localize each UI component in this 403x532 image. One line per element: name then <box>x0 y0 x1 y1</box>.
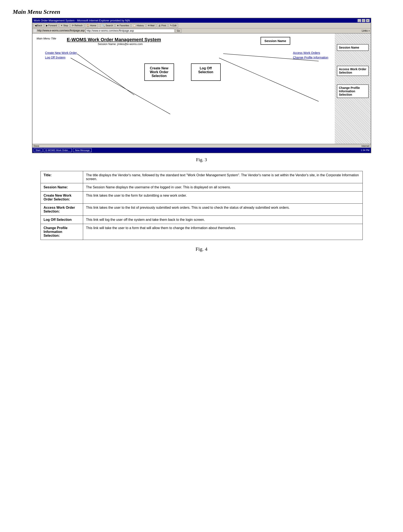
browser-window: Work Order Management System - Microsoft… <box>32 18 371 153</box>
history-button[interactable]: 📋 History <box>131 24 145 28</box>
browser-title-text: Work Order Management System - Microsoft… <box>34 19 130 22</box>
forward-button[interactable]: ▶ Forward <box>44 24 58 28</box>
edit-button[interactable]: ✎ Edit <box>168 24 178 28</box>
minimize-button[interactable]: _ <box>358 19 361 22</box>
table-row: Session Name:The Session Name displays t… <box>40 183 363 191</box>
close-button[interactable]: × <box>366 19 370 22</box>
taskbar-btn-2[interactable]: New Message <box>73 148 92 152</box>
table-cell-label: Title: <box>40 171 83 183</box>
toolbar-separator <box>99 23 99 28</box>
nav-links-right: Access Work Orders Change Profile Inform… <box>293 51 328 59</box>
access-work-order-callout: Access Work Order Selection <box>337 66 369 76</box>
table-row: Log Off SelectionThis link will log the … <box>40 216 363 224</box>
zone-text: Internet <box>361 145 369 147</box>
address-input[interactable] <box>86 29 174 33</box>
table-cell-desc: This link will log the user off the syst… <box>83 216 363 224</box>
titlebar-controls: _ □ × <box>358 19 370 22</box>
links-label: Links » <box>362 29 370 32</box>
table-cell-label: Access Work Order Selection: <box>40 204 83 216</box>
table-cell-desc: The Session Name displays the username o… <box>83 183 363 191</box>
nav-links-row: Create New Work Order Log Off System Acc… <box>45 51 328 59</box>
table-row: Title:The title displays the Vendor's na… <box>40 171 363 183</box>
home-button[interactable]: 🏠 Home <box>85 24 98 28</box>
nav-links-left: Create New Work Order Log Off System <box>45 51 77 59</box>
fig3-label: Fig. 3 <box>13 157 390 163</box>
print-button[interactable]: 🖨 Print <box>157 24 168 27</box>
change-profile-info-link[interactable]: Change Profile Information <box>293 56 328 59</box>
session-name-box: Session Name <box>260 37 290 45</box>
table-row: Access Work Order Selection:This link ta… <box>40 204 363 216</box>
change-profile-callout: Change Profile Information Selection <box>337 84 369 98</box>
address-label: http://www.e-woms.com/woc/firstpage.asp <box>33 29 85 32</box>
favorites-button[interactable]: ★ Favorites <box>115 24 130 28</box>
table-cell-desc: This link takes the user to the form for… <box>83 191 363 204</box>
info-table: Title:The title displays the Vendor's na… <box>40 171 363 240</box>
menu-label: Main Menu Title <box>37 37 56 40</box>
page-icon <box>33 29 37 32</box>
table-cell-label: Session Name: <box>40 183 83 191</box>
session-name-line: Session Name: jmiles@e-woms.com <box>75 42 165 46</box>
browser-taskbar: Start E-WOMS Work Order... New Message 1… <box>32 148 371 153</box>
fig4-label: Fig. 4 <box>13 246 390 252</box>
create-new-work-order-link[interactable]: Create New Work Order <box>45 51 77 55</box>
stop-button[interactable]: ✕ Stop <box>59 24 69 28</box>
search-button[interactable]: 🔍 Search <box>100 24 114 28</box>
taskbar-time: 1:34 PM <box>361 149 370 152</box>
table-cell-desc: This link takes the user to the list of … <box>83 204 363 216</box>
go-button[interactable]: Go <box>175 29 181 33</box>
ewoms-title: E-WOMS Work Order Management System <box>67 37 161 42</box>
browser-toolbar: ◀ Back ▶ Forward ✕ Stop ⟳ Refresh 🏠 Home… <box>32 23 371 28</box>
address-text: http://www.e-woms.com/woc/firstpage.asp <box>37 29 85 32</box>
taskbar-app-btn[interactable]: E-WOMS Work Order... <box>44 148 72 152</box>
table-cell-label: Create New Work Order Selection: <box>40 191 83 204</box>
table-cell-label: Change Profile Information Selection: <box>40 224 83 240</box>
content-header: Main Menu Title E-WOMS Work Order Manage… <box>37 37 328 49</box>
callout-area: Session Name Access Work Order Selection… <box>335 33 371 144</box>
maximize-button[interactable]: □ <box>362 19 365 22</box>
create-new-work-order-selection: Create NewWork OrderSelection <box>144 63 174 81</box>
session-name-callout: Session Name <box>337 44 369 51</box>
table-cell-label: Log Off Selection <box>40 216 83 224</box>
status-text: Done <box>34 145 39 147</box>
address-bar-row: http://www.e-woms.com/woc/firstpage.asp … <box>32 28 371 33</box>
access-work-orders-link[interactable]: Access Work Orders <box>293 51 328 55</box>
log-off-selection: Log OffSelection <box>191 63 221 81</box>
connector-lines <box>32 33 371 144</box>
page-heading: Main Menu Screen <box>13 8 390 15</box>
table-cell-desc: This link will take the user to a form t… <box>83 224 363 240</box>
refresh-button[interactable]: ⟳ Refresh <box>70 24 84 28</box>
table-row: Change Profile Information Selection:Thi… <box>40 224 363 240</box>
table-row: Create New Work Order Selection:This lin… <box>40 191 363 204</box>
table-cell-desc: The title displays the Vendor's name, fo… <box>83 171 363 183</box>
start-button[interactable]: Start <box>34 148 42 152</box>
browser-titlebar: Work Order Management System - Microsoft… <box>32 18 371 23</box>
back-button[interactable]: ◀ Back <box>33 24 44 28</box>
browser-statusbar: Done Internet <box>32 144 371 148</box>
log-off-system-link[interactable]: Log Off System <box>45 56 77 59</box>
mail-button[interactable]: ✉ Mail <box>146 24 156 28</box>
diagram-area: Create NewWork OrderSelection Log OffSel… <box>37 63 328 81</box>
browser-content: Session Name Access Work Order Selection… <box>32 33 371 144</box>
